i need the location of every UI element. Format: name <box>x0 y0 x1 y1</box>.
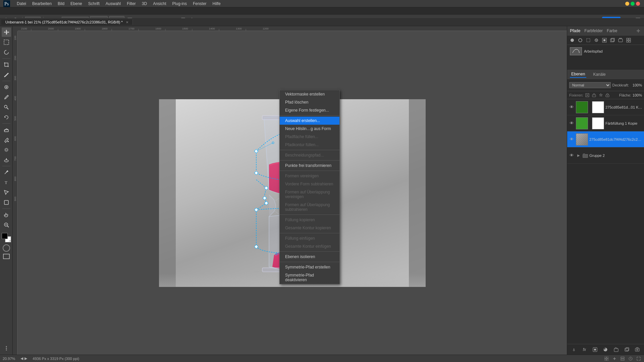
maximize-btn[interactable] <box>631 2 635 6</box>
paths-delete-icon[interactable] <box>617 37 624 44</box>
paths-load-selection-icon[interactable] <box>585 37 592 44</box>
status-grid-btn[interactable] <box>604 356 609 361</box>
ctx-pfad-loeschen[interactable]: Pfad löschen <box>280 98 339 106</box>
menu-fenster[interactable]: Fenster <box>190 1 209 7</box>
blend-mode-select[interactable]: Normal <box>569 82 611 88</box>
layer-2-visibility[interactable]: 👁 <box>569 136 575 142</box>
status-snap-btn[interactable] <box>612 356 617 361</box>
svg-point-115 <box>607 96 608 96</box>
layer-fx-btn[interactable]: fx <box>581 346 588 353</box>
paths-fill-icon[interactable] <box>569 37 576 44</box>
path-item-arbeitspfad[interactable]: Arbeitspfad <box>569 46 643 56</box>
menu-hilfe[interactable]: Hilfe <box>210 1 223 7</box>
extras-btn[interactable] <box>4 346 9 353</box>
menu-bearbeiten[interactable]: Bearbeiten <box>30 1 54 7</box>
paths-new-icon[interactable] <box>609 37 616 44</box>
pen-tool[interactable] <box>2 168 11 177</box>
ctx-auswahl-erstellen[interactable]: Auswahl erstellen... <box>280 117 339 125</box>
history-tool[interactable] <box>2 113 11 122</box>
healing-tool[interactable] <box>2 82 11 92</box>
panel-settings-icon[interactable] <box>635 28 641 34</box>
move-tool[interactable] <box>2 27 11 37</box>
ctx-eigene-form[interactable]: Eigene Form festlegen... <box>280 106 339 114</box>
lock-all-btn[interactable] <box>605 93 610 98</box>
ctx-symmetrie-erstellen[interactable]: Symmetrie-Pfad erstellen <box>280 263 339 271</box>
selection-tool[interactable] <box>2 38 11 47</box>
ctx-neue-hilfs[interactable]: Neue Hilslin…g aus Form <box>280 125 339 133</box>
layer-1-visibility[interactable]: 👁 <box>569 120 575 126</box>
eraser-tool[interactable] <box>2 125 11 134</box>
status-clock-btn[interactable] <box>628 356 633 361</box>
screen-mode-btn[interactable] <box>3 254 10 260</box>
layer-adj-btn[interactable] <box>602 346 609 353</box>
dodge-tool[interactable] <box>2 155 11 165</box>
layer-new-btn[interactable] <box>623 346 631 353</box>
prev-state-btn[interactable]: ◀ <box>20 356 23 361</box>
path-select-tool[interactable] <box>2 188 11 197</box>
status-expand-btn[interactable] <box>636 356 641 361</box>
menu-3d[interactable]: 3D <box>139 1 150 7</box>
layer-item-3[interactable]: 👁 ▶ Gruppe 2 <box>567 147 644 164</box>
lock-transparency-btn[interactable] <box>585 93 590 98</box>
paths-mask-icon[interactable] <box>601 37 608 44</box>
layer-group-btn[interactable] <box>612 346 620 353</box>
layer-mask-btn[interactable] <box>591 346 599 353</box>
fg-color-swatch[interactable] <box>2 233 8 239</box>
app-icon[interactable]: Ps <box>1 0 12 7</box>
layer-item-0[interactable]: 👁 275cd85e81d...01 Kopie 4 <box>567 99 644 115</box>
zoom-tool[interactable] <box>2 220 11 230</box>
swap-colors-icon[interactable]: ⇄ <box>9 239 11 242</box>
menu-plugins[interactable]: Plug-ins <box>170 1 190 7</box>
tab-pfade[interactable]: Pfade <box>570 28 580 33</box>
lock-image-btn[interactable] <box>591 93 597 98</box>
ctx-ebenen-isolieren[interactable]: Ebenen isolieren <box>280 253 339 261</box>
layer-3-visibility[interactable]: 👁 <box>569 153 575 159</box>
layer-delete-btn[interactable] <box>634 346 641 353</box>
tab-close-btn[interactable]: ✕ <box>126 20 128 24</box>
close-btn[interactable] <box>636 2 640 6</box>
shape-tool[interactable] <box>2 198 11 207</box>
paths-stroke-icon[interactable] <box>577 37 584 44</box>
menu-bild[interactable]: Bild <box>55 1 67 7</box>
menu-ebene[interactable]: Ebene <box>68 1 85 7</box>
menu-schrift[interactable]: Schrift <box>86 1 102 7</box>
layer-0-thumb <box>576 101 588 113</box>
text-tool[interactable]: T <box>2 178 11 187</box>
brush-tool[interactable] <box>2 93 11 102</box>
menu-filter[interactable]: Filter <box>124 1 139 7</box>
svg-text:500: 500 <box>14 116 17 121</box>
tab-farbe[interactable]: Farbe <box>607 28 617 33</box>
layer-item-2[interactable]: 👁 275cd85e81dc7f4f4d276c2c23386c01 <box>567 131 644 147</box>
svg-point-131 <box>614 358 615 359</box>
paint-bucket-tool[interactable] <box>2 135 11 144</box>
layer-3-expand[interactable]: ▶ <box>576 153 581 158</box>
document-tab[interactable]: Unbenannt-1 bei 21% (275cd85e81dc7f4f4d2… <box>1 19 133 25</box>
minimize-btn[interactable] <box>625 2 629 6</box>
lasso-tool[interactable] <box>2 48 11 57</box>
status-layer-btn[interactable] <box>620 356 625 361</box>
eyedropper-tool[interactable] <box>2 70 11 79</box>
blur-tool[interactable] <box>2 145 11 155</box>
lock-position-btn[interactable] <box>598 93 603 98</box>
ctx-punkte-transform[interactable]: Punkte frei transformieren <box>280 162 339 170</box>
paths-grid-icon[interactable] <box>625 37 632 44</box>
tab-farbfelder[interactable]: Farbfelder <box>584 28 603 33</box>
quick-mask-btn[interactable] <box>3 244 10 252</box>
layer-item-1[interactable]: 👁 Färbfüllung 1 Kopie <box>567 115 644 131</box>
tab-kanaele[interactable]: Kanäle <box>592 71 607 77</box>
nav-arrows: ◀ ▶ <box>20 356 27 361</box>
color-picker[interactable]: ⇄ <box>2 233 11 242</box>
menu-ansicht[interactable]: Ansicht <box>150 1 169 7</box>
ctx-symmetrie-deaktivieren[interactable]: Symmetrie-Pfad deaktivieren <box>280 271 339 284</box>
clone-stamp-tool[interactable] <box>2 103 11 112</box>
layer-0-visibility[interactable]: 👁 <box>569 104 575 110</box>
next-state-btn[interactable]: ▶ <box>24 356 27 361</box>
paths-from-selection-icon[interactable] <box>593 37 600 44</box>
menu-auswahl[interactable]: Auswahl <box>103 1 123 7</box>
ctx-vektormaske[interactable]: Vektormaske erstellen <box>280 90 339 98</box>
hand-tool[interactable] <box>2 210 11 220</box>
layer-link-btn[interactable] <box>570 346 578 353</box>
tab-ebenen[interactable]: Ebenen <box>570 71 586 78</box>
crop-tool[interactable] <box>2 60 11 69</box>
menu-datei[interactable]: Datei <box>14 1 29 7</box>
